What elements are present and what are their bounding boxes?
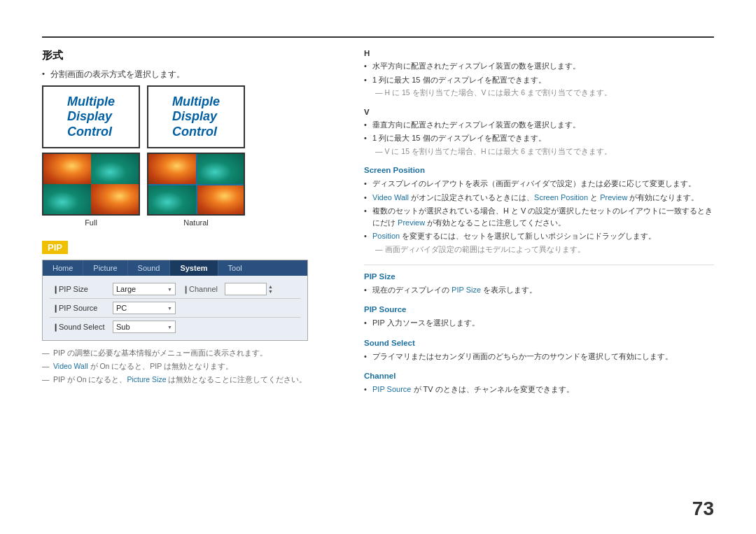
format-heading: 形式 [42, 49, 336, 62]
natural-label: Natural [183, 218, 208, 227]
channel-right-section: Channel PIP Source が TV のときは、チャンネルを変更できま… [364, 372, 714, 395]
menu-body: ❙PIP Size Large ❙Channel ▲ ▼ ❙PIP Source [43, 276, 307, 340]
v-label: V [364, 108, 714, 116]
v-bullet-1: 垂直方向に配置されたディスプレイ装置の数を選択します。 [364, 119, 714, 131]
pip-source-label: ❙PIP Source [50, 304, 113, 313]
pip-source-right-section: PIP Source PIP 入力ソースを選択します。 [364, 305, 714, 329]
tab-home[interactable]: Home [43, 260, 83, 276]
preview-link-2: Preview [398, 218, 425, 227]
flower-cell-tr [91, 154, 139, 184]
v-note: V に 15 を割り当てた場合、H には最大 6 まで割り当てできます。 [364, 146, 714, 157]
format-section: 形式 分割画面の表示方式を選択します。 Multiple Display Con… [42, 49, 336, 227]
tab-system[interactable]: System [170, 260, 218, 276]
pip-badge: PIP [42, 241, 68, 254]
page-number: 73 [692, 498, 714, 520]
pip-note-3: PIP が On になると、Picture Size は無効となることに注意して… [42, 374, 336, 386]
flower-cell-tl [43, 154, 91, 184]
channel-right-heading: Channel [364, 372, 714, 380]
h-label: H [364, 49, 714, 57]
h-bullet-2: 1 列に最大 15 個のディスプレイを配置できます。 [364, 74, 714, 86]
flower-grid-1 [43, 154, 139, 214]
channel-up-arrow[interactable]: ▲ [268, 284, 273, 289]
sp-bullet-3: 複数のセットが選択されている場合、H と V の設定が選択したセットのレイアウト… [364, 205, 714, 228]
screen-pos-link: Screen Position [534, 193, 588, 202]
pip-menu: Home Picture Sound System Tool ❙PIP Size… [42, 260, 308, 341]
section-divider [364, 265, 714, 265]
sound-select-right-section: Sound Select プライマリまたはセカンダリ画面のどちらか一方のサウンド… [364, 339, 714, 363]
menu-row-pip-source: ❙PIP Source PC [50, 299, 300, 318]
right-column: H 水平方向に配置されたディスプレイ装置の数を選択します。 1 列に最大 15 … [364, 49, 714, 405]
screen-position-section: Screen Position ディスプレイのレイアウトを表示（画面ディバイダで… [364, 166, 714, 254]
tab-tool[interactable]: Tool [218, 260, 252, 276]
pip-size-right-bullet: 現在のディスプレイの PIP Size を表示します。 [364, 284, 714, 296]
format-bullet: 分割画面の表示方式を選択します。 [42, 69, 336, 80]
sound-select-right-bullet: プライマリまたはセカンダリ画面のどちらか一方のサウンドを選択して有効にします。 [364, 351, 714, 363]
mode-full-1: Multiple Display Control [42, 85, 140, 148]
h-section: H 水平方向に配置されたディスプレイ装置の数を選択します。 1 列に最大 15 … [364, 49, 714, 98]
h-bullet-1: 水平方向に配置されたディスプレイ装置の数を選択します。 [364, 60, 714, 72]
pip-size-select[interactable]: Large [113, 283, 176, 295]
mode-full-flower: Full [42, 153, 140, 227]
channel-arrows: ▲ ▼ [268, 284, 273, 294]
flower-box-1 [42, 153, 140, 216]
position-link: Position [372, 232, 400, 240]
display-box-2: Multiple Display Control [147, 85, 245, 148]
flower-cell-br [91, 184, 139, 214]
video-wall-link-2: Video Wall [372, 193, 409, 202]
display-modes: Multiple Display Control Multiple Displa… [42, 85, 336, 148]
left-column: 形式 分割画面の表示方式を選択します。 Multiple Display Con… [42, 49, 336, 405]
flower-cell-bl [43, 184, 91, 214]
menu-row-sound-select: ❙Sound Select Sub [50, 318, 300, 336]
pip-size-right-heading: PIP Size [364, 272, 714, 281]
sound-select-right-heading: Sound Select [364, 339, 714, 347]
main-content: 形式 分割画面の表示方式を選択します。 Multiple Display Con… [42, 49, 714, 405]
picture-size-link: Picture Size [127, 375, 167, 384]
sp-bullet-2: Video Wall がオンに設定されているときには、Screen Positi… [364, 192, 714, 204]
display-box-1-text: Multiple Display Control [67, 94, 115, 140]
menu-row-pip-size: ❙PIP Size Large ❙Channel ▲ ▼ [50, 280, 300, 299]
cross-line-v [196, 154, 197, 214]
preview-link: Preview [600, 193, 627, 202]
flower-box-2 [147, 153, 245, 216]
pip-source-select[interactable]: PC [113, 302, 176, 314]
flower-cell-2-bl [148, 184, 196, 214]
pip-notes: PIP の調整に必要な基本情報がメニュー画面に表示されます。 Video Wal… [42, 348, 336, 385]
v-bullet-2: 1 列に最大 15 個のディスプレイを配置できます。 [364, 132, 714, 144]
mode-natural-flower: Natural [147, 153, 245, 227]
tab-picture[interactable]: Picture [83, 260, 127, 276]
channel-right-bullet: PIP Source が TV のときは、チャンネルを変更できます。 [364, 384, 714, 395]
sound-select-select[interactable]: Sub [113, 321, 176, 333]
pip-size-label: ❙PIP Size [50, 285, 113, 294]
channel-down-arrow[interactable]: ▼ [268, 289, 273, 294]
sound-select-label: ❙Sound Select [50, 323, 113, 332]
menu-tabs: Home Picture Sound System Tool [43, 260, 307, 276]
display-box-2-text: Multiple Display Control [172, 94, 220, 140]
pip-source-link-2: PIP Source [372, 385, 411, 393]
sp-bullet-4: Position を変更するには、セットを選択して新しいポジションにドラッグしま… [364, 230, 714, 242]
top-rule [42, 36, 714, 38]
pip-note-1: PIP の調整に必要な基本情報がメニュー画面に表示されます。 [42, 348, 336, 359]
pip-section: PIP Home Picture Sound System Tool ❙PIP … [42, 241, 336, 385]
pip-size-right-section: PIP Size 現在のディスプレイの PIP Size を表示します。 [364, 272, 714, 296]
channel-input[interactable] [225, 283, 267, 295]
display-box-1: Multiple Display Control [42, 85, 140, 148]
pip-note-2: Video Wall が On になると、PIP は無効となります。 [42, 361, 336, 372]
mode-natural-1: Multiple Display Control [147, 85, 245, 148]
flower-cell-2-tl [148, 154, 196, 184]
flower-cell-2-tr [196, 154, 244, 184]
tab-sound[interactable]: Sound [128, 260, 171, 276]
channel-label: ❙Channel [183, 285, 225, 294]
screen-position-heading: Screen Position [364, 166, 714, 174]
flower-cell-2-br [196, 184, 244, 214]
h-note: H に 15 を割り当てた場合、V には最大 6 まで割り当てできます。 [364, 87, 714, 98]
video-wall-link: Video Wall [53, 362, 88, 370]
pip-size-link: PIP Size [451, 286, 481, 294]
flower-modes: Full Natura [42, 153, 336, 227]
page-container: 形式 分割画面の表示方式を選択します。 Multiple Display Con… [0, 0, 756, 534]
sp-bullet-1: ディスプレイのレイアウトを表示（画面ディバイダで設定）または必要に応じて変更しま… [364, 178, 714, 190]
pip-source-right-bullet: PIP 入力ソースを選択します。 [364, 317, 714, 329]
pip-source-right-heading: PIP Source [364, 305, 714, 314]
full-label: Full [85, 218, 97, 227]
v-section: V 垂直方向に配置されたディスプレイ装置の数を選択します。 1 列に最大 15 … [364, 108, 714, 157]
sp-note: 画面ディバイダ設定の範囲はモデルによって異なります。 [364, 244, 714, 255]
